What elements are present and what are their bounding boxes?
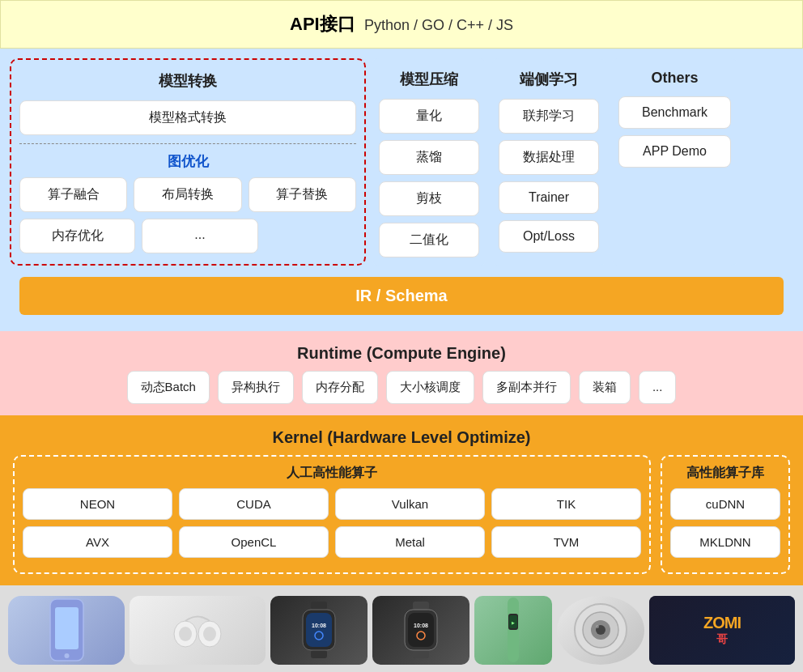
phone-icon <box>49 598 85 662</box>
svg-rect-8 <box>311 650 327 658</box>
opt-loss: Opt/Loss <box>499 220 599 253</box>
device-tv: ZOMI 哥 <box>649 596 795 665</box>
device-camera <box>557 596 644 665</box>
mem-alloc: 内存分配 <box>302 371 378 404</box>
svg-point-2 <box>64 653 69 658</box>
api-sub: Python / GO / C++ / JS <box>360 17 513 33</box>
model-compress-panel: 模型压缩 量化 蒸馏 剪枝 二值化 <box>372 58 486 266</box>
camera-icon <box>572 602 629 658</box>
zomi-text: ZOMI <box>703 614 741 632</box>
svg-rect-7 <box>311 602 327 610</box>
graph-opt-row1: 算子融合 布局转换 算子替换 <box>19 177 356 212</box>
kernel-right-items: cuDNN MKLDNN <box>670 488 780 558</box>
svg-text:10:08: 10:08 <box>414 623 428 628</box>
algo-replace: 算子替换 <box>249 177 356 212</box>
packing: 装箱 <box>579 371 631 404</box>
data-process: 数据处理 <box>499 140 599 175</box>
quantize: 量化 <box>379 99 479 134</box>
vulkan: Vulkan <box>335 488 485 520</box>
others-title: Others <box>651 66 698 90</box>
svg-text:▶: ▶ <box>512 620 515 625</box>
runtime-boxes: 动态Batch 异构执行 内存分配 大小核调度 多副本并行 装箱 ... <box>13 371 790 404</box>
kernel-inner: 人工高性能算子 NEON CUDA Vulkan TIK AVX OpenCL … <box>13 455 790 574</box>
kernel-left-row2: AVX OpenCL Metal TVM <box>23 526 641 558</box>
ir-schema-container: IR / Schema <box>0 266 803 331</box>
hetero-exec: 异构执行 <box>218 371 294 404</box>
watch1-icon: 10:08 <box>299 602 339 658</box>
cudnn: cuDNN <box>670 488 780 520</box>
metal: Metal <box>335 526 485 558</box>
more-items: ... <box>142 219 257 253</box>
runtime-more: ... <box>639 371 677 404</box>
algo-fusion: 算子融合 <box>19 177 127 212</box>
api-header: API接口 Python / GO / C++ / JS <box>0 0 803 49</box>
kernel-left-row1: NEON CUDA Vulkan TIK <box>23 488 641 520</box>
earbuds-icon <box>169 606 226 654</box>
prune: 剪枝 <box>379 181 479 216</box>
svg-point-6 <box>203 627 216 641</box>
edge-learning-panel: 端侧学习 联邦学习 数据处理 Trainer Opt/Loss <box>492 58 605 266</box>
distill: 蒸馏 <box>379 140 479 175</box>
layout-convert: 布局转换 <box>134 177 241 212</box>
multi-replica: 多副本并行 <box>482 371 571 404</box>
app-demo: APP Demo <box>618 135 731 168</box>
kernel-title: Kernel (Hardware Level Optimize) <box>13 423 790 455</box>
svg-rect-16 <box>408 613 434 647</box>
device-watch2: 10:08 <box>372 596 469 665</box>
device-watch1: 10:08 <box>270 596 368 665</box>
tvm: TVM <box>491 526 641 558</box>
svg-rect-14 <box>413 650 429 658</box>
svg-point-27 <box>596 625 599 628</box>
api-label: API接口 <box>290 14 355 34</box>
svg-text:10:08: 10:08 <box>312 623 326 628</box>
neon: NEON <box>23 488 172 520</box>
model-convert-title: 模型转换 <box>19 68 356 94</box>
benchmark: Benchmark <box>618 96 731 129</box>
model-convert-section: 模型转换 模型格式转换 <box>19 68 356 135</box>
model-format-convert: 模型格式转换 <box>19 100 356 135</box>
graph-opt-title: 图优化 <box>19 152 356 171</box>
trainer: Trainer <box>499 181 599 214</box>
kernel-right-title: 高性能算子库 <box>670 465 780 482</box>
graph-opt-row2: 内存优化 ... <box>19 219 356 253</box>
watch2-icon: 10:08 <box>401 602 441 658</box>
band-icon: ▶ <box>501 598 525 662</box>
zomi-sub: 哥 <box>716 632 728 647</box>
device-phone <box>8 596 125 665</box>
kernel-right: 高性能算子库 cuDNN MKLDNN <box>661 455 790 574</box>
cuda: CUDA <box>179 488 329 520</box>
spacer <box>265 219 356 253</box>
section-divider <box>19 143 356 144</box>
opencl: OpenCL <box>179 526 329 558</box>
svg-point-5 <box>179 627 192 641</box>
dynamic-batch: 动态Batch <box>127 371 210 404</box>
runtime-section: Runtime (Compute Engine) 动态Batch 异构执行 内存… <box>0 331 803 415</box>
avx: AVX <box>23 526 172 558</box>
mkldnn: MKLDNN <box>670 526 780 558</box>
ir-schema-bar: IR / Schema <box>19 277 784 315</box>
model-compress-title: 模型压缩 <box>400 66 458 92</box>
runtime-title: Runtime (Compute Engine) <box>13 339 790 371</box>
kernel-left: 人工高性能算子 NEON CUDA Vulkan TIK AVX OpenCL … <box>13 455 651 574</box>
left-panel: 模型转换 模型格式转换 图优化 算子融合 布局转换 算子替换 内存优化 ... <box>10 58 366 266</box>
device-band: ▶ <box>474 596 552 665</box>
others-panel: Others Benchmark APP Demo <box>612 58 737 266</box>
devices-bar: 10:08 10:08 ▶ <box>0 585 803 672</box>
edge-learning-title: 端侧学习 <box>520 66 578 92</box>
svg-rect-13 <box>413 602 429 610</box>
graph-opt-section: 图优化 算子融合 布局转换 算子替换 内存优化 ... <box>19 152 356 253</box>
svg-rect-10 <box>306 613 332 647</box>
mem-opt: 内存优化 <box>19 219 135 253</box>
big-small-core: 大小核调度 <box>386 371 474 404</box>
kernel-section: Kernel (Hardware Level Optimize) 人工高性能算子… <box>0 415 803 585</box>
device-earbuds <box>130 596 266 665</box>
binarize: 二值化 <box>379 223 479 257</box>
kernel-left-title: 人工高性能算子 <box>23 465 641 482</box>
federated-learning: 联邦学习 <box>499 99 599 134</box>
tik: TIK <box>491 488 641 520</box>
svg-rect-1 <box>55 607 79 649</box>
